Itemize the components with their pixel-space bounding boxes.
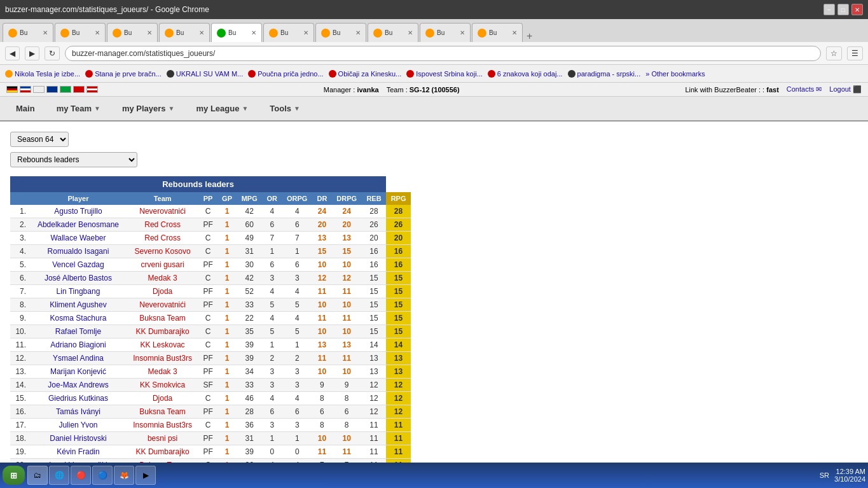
team-link[interactable]: Red Cross (144, 220, 181, 229)
team-link[interactable]: besni psi (148, 434, 177, 443)
team-link[interactable]: KK Smokvica (140, 380, 185, 389)
tab-close-5[interactable]: ✕ (251, 29, 256, 36)
player-link[interactable]: Tamás Iványi (56, 407, 100, 416)
mpg-cell: 46 (237, 392, 262, 405)
menu-button[interactable]: ☰ (847, 46, 863, 60)
team-link[interactable]: KK Dumbarajko (136, 447, 189, 456)
nav-my-league[interactable]: my League ▼ (187, 99, 258, 118)
team-link[interactable]: Insomnia Bust3rs (133, 354, 192, 363)
nav-my-players[interactable]: my Players ▼ (113, 99, 184, 118)
team-link[interactable]: Medak 3 (148, 367, 177, 376)
tab-close-6[interactable]: ✕ (303, 29, 308, 36)
team-link[interactable]: Medak 3 (148, 274, 177, 282)
nav-main[interactable]: Main (6, 99, 45, 118)
player-link[interactable]: Giedrius Kutkinas (48, 394, 108, 403)
tab-close-2[interactable]: ✕ (95, 29, 100, 36)
category-select[interactable]: Rebounds leaders Points leaders Assists … (10, 152, 137, 167)
player-link[interactable]: Julien Yvon (59, 421, 97, 429)
tab-close-4[interactable]: ✕ (199, 29, 204, 36)
taskbar-app-2[interactable]: 🌐 (49, 466, 69, 485)
rpg-cell: 11 (386, 445, 411, 459)
team-link[interactable]: Djoda (153, 394, 172, 403)
player-link[interactable]: Kliment Agushev (50, 300, 106, 309)
player-link[interactable]: Abdelkader Benosmane (38, 220, 119, 229)
player-link[interactable]: Kévin Fradin (57, 447, 99, 456)
tab-5-active[interactable]: Bu✕ (211, 23, 262, 42)
player-link[interactable]: José Alberto Bastos (45, 274, 112, 282)
bookmark-4[interactable]: Poučna priča jedno... (248, 70, 323, 78)
player-link[interactable]: Kosma Stachura (50, 314, 107, 323)
player-link[interactable]: Joe-Max Andrews (48, 380, 108, 389)
player-link[interactable]: Daniel Hristovski (50, 434, 106, 443)
team-link[interactable]: crveni gusari (141, 260, 184, 269)
player-link[interactable]: Wallace Waeber (50, 234, 106, 242)
taskbar-app-5[interactable]: 🦊 (114, 466, 134, 485)
player-link[interactable]: Marijan Konjević (50, 367, 106, 376)
player-link[interactable]: Ysmael Andina (53, 354, 104, 363)
rpg-cell: 12 (386, 405, 411, 419)
logout-link[interactable]: Logout ⬛ (829, 85, 862, 94)
team-link[interactable]: Severno Kosovo (135, 247, 191, 256)
player-link[interactable]: Adriano Biagioni (50, 340, 106, 349)
bookmark-other[interactable]: » Other bookmarks (645, 70, 705, 78)
close-button[interactable]: ✕ (851, 4, 863, 15)
tab-close-8[interactable]: ✕ (408, 29, 413, 36)
taskbar-app-1[interactable]: 🗂 (27, 466, 48, 485)
address-bar[interactable]: buzzer-manager.com/statistiques_joueurs/ (65, 46, 821, 61)
taskbar-app-4[interactable]: 🔵 (92, 466, 113, 485)
tab-10[interactable]: Bu✕ (472, 23, 523, 42)
contacts-link[interactable]: Contacts ✉ (787, 85, 822, 94)
tab-1[interactable]: Bu✕ (3, 23, 53, 42)
start-button[interactable]: ⊞ (3, 466, 25, 485)
player-link[interactable]: Lin Tingbang (57, 287, 100, 296)
tab-close-7[interactable]: ✕ (355, 29, 361, 36)
team-link[interactable]: Insomnia Bust3rs (133, 421, 192, 429)
forward-button[interactable]: ▶ (25, 46, 39, 60)
tab-2[interactable]: Bu✕ (55, 23, 106, 42)
tab-icon-9 (425, 29, 434, 38)
bookmark-2[interactable]: Stana je prve bračn... (85, 70, 162, 78)
tab-close-9[interactable]: ✕ (460, 29, 465, 36)
player-link[interactable]: Romualdo Isagani (48, 247, 109, 256)
player-link[interactable]: Agusto Trujillo (54, 207, 102, 216)
bookmark-3[interactable]: UKRALI SU VAM M... (167, 70, 244, 78)
nav-my-team[interactable]: my Team ▼ (47, 99, 110, 118)
tab-8[interactable]: Bu✕ (368, 23, 418, 42)
player-link[interactable]: Rafael Tomlje (55, 327, 101, 336)
team-link[interactable]: Djoda (153, 287, 172, 296)
bookmark-8[interactable]: paradigma - srpski... (568, 70, 641, 78)
player-link[interactable]: Vencel Gazdag (52, 260, 104, 269)
team-link[interactable]: Buksna Team (139, 407, 186, 416)
tab-9[interactable]: Bu✕ (420, 23, 471, 42)
tab-7[interactable]: Bu✕ (315, 23, 366, 42)
back-button[interactable]: ◀ (5, 46, 20, 60)
tab-close-3[interactable]: ✕ (147, 29, 152, 36)
bookmark-5[interactable]: Običaji za Kinesku... (329, 70, 402, 78)
bookmark-6[interactable]: Ispovest Srbina koji... (406, 70, 483, 78)
maximize-button[interactable]: □ (837, 4, 849, 15)
pp-cell: C (198, 312, 217, 325)
season-select[interactable]: Season 64 (10, 132, 69, 147)
tab-close-1[interactable]: ✕ (43, 29, 48, 36)
bookmark-7[interactable]: 6 znakova koji odaj... (488, 70, 563, 78)
minimize-button[interactable]: − (823, 4, 835, 15)
team-link[interactable]: Buksna Team (139, 314, 186, 323)
nav-tools[interactable]: Tools ▼ (260, 99, 310, 118)
pp-cell: SF (198, 379, 217, 392)
tab-6[interactable]: Bu✕ (263, 23, 314, 42)
tab-3[interactable]: Bu✕ (107, 23, 158, 42)
bookmark-button[interactable]: ☆ (826, 46, 842, 60)
team-link[interactable]: KK Dumbarajko (136, 327, 189, 336)
tab-4[interactable]: Bu✕ (159, 23, 210, 42)
team-link[interactable]: Neverovatnići (139, 207, 186, 216)
team-link[interactable]: KK Leskovac (141, 340, 185, 349)
reload-button[interactable]: ↻ (45, 46, 60, 60)
bookmark-1[interactable]: Nikola Tesla je izbe... (5, 70, 80, 78)
taskbar-app-3[interactable]: 🔴 (71, 466, 91, 485)
team-link[interactable]: Red Cross (144, 234, 181, 242)
taskbar-app-6[interactable]: ▶ (135, 466, 156, 485)
orpg-cell: 7 (282, 232, 312, 245)
team-link[interactable]: Neverovatnići (139, 300, 186, 309)
tab-close-10[interactable]: ✕ (512, 29, 517, 36)
new-tab-button[interactable]: + (527, 31, 532, 42)
